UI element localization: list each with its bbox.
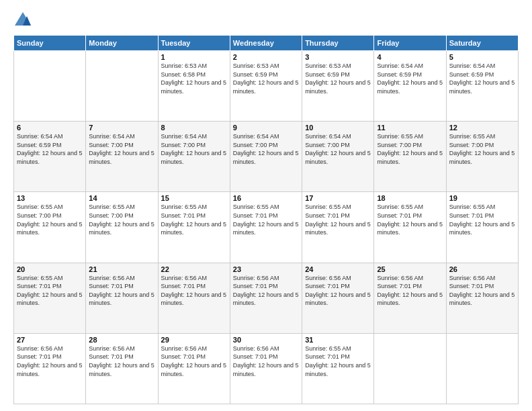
day-cell: 18Sunrise: 6:55 AM Sunset: 7:01 PM Dayli… <box>374 192 446 263</box>
day-number: 26 <box>449 265 515 273</box>
logo <box>13 11 35 30</box>
week-row-1: 1Sunrise: 6:53 AM Sunset: 6:58 PM Daylig… <box>14 51 519 122</box>
day-cell: 13Sunrise: 6:55 AM Sunset: 7:00 PM Dayli… <box>14 192 86 263</box>
day-cell: 15Sunrise: 6:55 AM Sunset: 7:01 PM Dayli… <box>158 192 230 263</box>
day-info: Sunrise: 6:54 AM Sunset: 7:00 PM Dayligh… <box>161 132 227 166</box>
day-info: Sunrise: 6:56 AM Sunset: 7:01 PM Dayligh… <box>89 274 154 308</box>
day-number: 30 <box>233 336 299 344</box>
day-info: Sunrise: 6:55 AM Sunset: 7:01 PM Dayligh… <box>161 203 227 236</box>
day-info: Sunrise: 6:54 AM Sunset: 7:00 PM Dayligh… <box>233 132 299 166</box>
weekday-header-thursday: Thursday <box>302 36 374 51</box>
week-row-5: 27Sunrise: 6:56 AM Sunset: 7:01 PM Dayli… <box>14 333 519 404</box>
day-cell <box>374 333 446 404</box>
day-info: Sunrise: 6:56 AM Sunset: 7:01 PM Dayligh… <box>305 274 371 308</box>
day-info: Sunrise: 6:54 AM Sunset: 7:00 PM Dayligh… <box>89 132 154 166</box>
day-cell: 10Sunrise: 6:54 AM Sunset: 7:00 PM Dayli… <box>302 122 374 192</box>
day-cell: 31Sunrise: 6:55 AM Sunset: 7:01 PM Dayli… <box>302 333 374 404</box>
day-number: 25 <box>377 265 443 273</box>
day-info: Sunrise: 6:53 AM Sunset: 6:58 PM Dayligh… <box>161 62 227 95</box>
day-number: 27 <box>17 336 83 344</box>
day-info: Sunrise: 6:55 AM Sunset: 7:01 PM Dayligh… <box>305 345 371 378</box>
day-info: Sunrise: 6:56 AM Sunset: 7:01 PM Dayligh… <box>161 345 227 378</box>
day-number: 12 <box>449 124 515 132</box>
day-number: 3 <box>305 53 371 61</box>
day-info: Sunrise: 6:55 AM Sunset: 7:01 PM Dayligh… <box>17 274 83 308</box>
weekday-header-saturday: Saturday <box>446 36 518 51</box>
day-cell: 7Sunrise: 6:54 AM Sunset: 7:00 PM Daylig… <box>86 122 158 192</box>
day-info: Sunrise: 6:56 AM Sunset: 7:01 PM Dayligh… <box>161 274 227 308</box>
day-info: Sunrise: 6:54 AM Sunset: 7:00 PM Dayligh… <box>305 132 371 166</box>
day-info: Sunrise: 6:55 AM Sunset: 7:00 PM Dayligh… <box>17 203 83 236</box>
week-row-4: 20Sunrise: 6:55 AM Sunset: 7:01 PM Dayli… <box>14 263 519 333</box>
day-info: Sunrise: 6:56 AM Sunset: 7:01 PM Dayligh… <box>449 274 515 308</box>
day-number: 14 <box>89 194 154 202</box>
day-number: 8 <box>161 124 227 132</box>
day-info: Sunrise: 6:55 AM Sunset: 7:01 PM Dayligh… <box>233 203 299 236</box>
weekday-header-sunday: Sunday <box>14 36 86 51</box>
day-cell: 29Sunrise: 6:56 AM Sunset: 7:01 PM Dayli… <box>158 333 230 404</box>
day-cell: 20Sunrise: 6:55 AM Sunset: 7:01 PM Dayli… <box>14 263 86 333</box>
day-number: 31 <box>305 336 371 344</box>
day-number: 6 <box>17 124 83 132</box>
header <box>13 11 519 30</box>
day-cell: 14Sunrise: 6:55 AM Sunset: 7:00 PM Dayli… <box>86 192 158 263</box>
day-cell <box>86 51 158 122</box>
day-cell: 19Sunrise: 6:55 AM Sunset: 7:01 PM Dayli… <box>446 192 518 263</box>
day-info: Sunrise: 6:55 AM Sunset: 7:01 PM Dayligh… <box>305 203 371 236</box>
day-number: 23 <box>233 265 299 273</box>
day-cell: 25Sunrise: 6:56 AM Sunset: 7:01 PM Dayli… <box>374 263 446 333</box>
day-info: Sunrise: 6:55 AM Sunset: 7:01 PM Dayligh… <box>377 203 443 236</box>
week-row-3: 13Sunrise: 6:55 AM Sunset: 7:00 PM Dayli… <box>14 192 519 263</box>
day-info: Sunrise: 6:53 AM Sunset: 6:59 PM Dayligh… <box>305 62 371 95</box>
day-number: 9 <box>233 124 299 132</box>
day-number: 11 <box>377 124 443 132</box>
day-info: Sunrise: 6:55 AM Sunset: 7:01 PM Dayligh… <box>449 203 515 236</box>
day-number: 5 <box>449 53 515 61</box>
logo-icon <box>13 11 32 30</box>
day-number: 24 <box>305 265 371 273</box>
day-cell: 8Sunrise: 6:54 AM Sunset: 7:00 PM Daylig… <box>158 122 230 192</box>
day-cell: 21Sunrise: 6:56 AM Sunset: 7:01 PM Dayli… <box>86 263 158 333</box>
day-cell: 4Sunrise: 6:54 AM Sunset: 6:59 PM Daylig… <box>374 51 446 122</box>
day-info: Sunrise: 6:54 AM Sunset: 6:59 PM Dayligh… <box>17 132 83 166</box>
day-cell: 27Sunrise: 6:56 AM Sunset: 7:01 PM Dayli… <box>14 333 86 404</box>
day-info: Sunrise: 6:56 AM Sunset: 7:01 PM Dayligh… <box>233 274 299 308</box>
day-cell: 16Sunrise: 6:55 AM Sunset: 7:01 PM Dayli… <box>230 192 302 263</box>
day-number: 13 <box>17 194 83 202</box>
day-number: 4 <box>377 53 443 61</box>
day-number: 7 <box>89 124 154 132</box>
day-info: Sunrise: 6:56 AM Sunset: 7:01 PM Dayligh… <box>89 345 154 378</box>
day-number: 20 <box>17 265 83 273</box>
day-cell: 24Sunrise: 6:56 AM Sunset: 7:01 PM Dayli… <box>302 263 374 333</box>
day-info: Sunrise: 6:54 AM Sunset: 6:59 PM Dayligh… <box>449 62 515 95</box>
day-cell <box>446 333 518 404</box>
day-cell: 9Sunrise: 6:54 AM Sunset: 7:00 PM Daylig… <box>230 122 302 192</box>
day-cell: 2Sunrise: 6:53 AM Sunset: 6:59 PM Daylig… <box>230 51 302 122</box>
day-info: Sunrise: 6:53 AM Sunset: 6:59 PM Dayligh… <box>233 62 299 95</box>
weekday-header-monday: Monday <box>86 36 158 51</box>
day-cell: 3Sunrise: 6:53 AM Sunset: 6:59 PM Daylig… <box>302 51 374 122</box>
day-number: 15 <box>161 194 227 202</box>
day-info: Sunrise: 6:55 AM Sunset: 7:00 PM Dayligh… <box>449 132 515 166</box>
day-cell <box>14 51 86 122</box>
day-number: 21 <box>89 265 154 273</box>
calendar-table: SundayMondayTuesdayWednesdayThursdayFrid… <box>13 35 519 404</box>
weekday-header-row: SundayMondayTuesdayWednesdayThursdayFrid… <box>14 36 519 51</box>
day-number: 1 <box>161 53 227 61</box>
day-cell: 6Sunrise: 6:54 AM Sunset: 6:59 PM Daylig… <box>14 122 86 192</box>
day-info: Sunrise: 6:56 AM Sunset: 7:01 PM Dayligh… <box>233 345 299 378</box>
day-cell: 26Sunrise: 6:56 AM Sunset: 7:01 PM Dayli… <box>446 263 518 333</box>
day-cell: 17Sunrise: 6:55 AM Sunset: 7:01 PM Dayli… <box>302 192 374 263</box>
weekday-header-tuesday: Tuesday <box>158 36 230 51</box>
day-number: 18 <box>377 194 443 202</box>
day-number: 22 <box>161 265 227 273</box>
day-number: 29 <box>161 336 227 344</box>
day-info: Sunrise: 6:55 AM Sunset: 7:00 PM Dayligh… <box>89 203 154 236</box>
day-info: Sunrise: 6:56 AM Sunset: 7:01 PM Dayligh… <box>17 345 83 378</box>
day-number: 19 <box>449 194 515 202</box>
day-cell: 12Sunrise: 6:55 AM Sunset: 7:00 PM Dayli… <box>446 122 518 192</box>
day-cell: 22Sunrise: 6:56 AM Sunset: 7:01 PM Dayli… <box>158 263 230 333</box>
day-cell: 30Sunrise: 6:56 AM Sunset: 7:01 PM Dayli… <box>230 333 302 404</box>
day-cell: 23Sunrise: 6:56 AM Sunset: 7:01 PM Dayli… <box>230 263 302 333</box>
day-number: 16 <box>233 194 299 202</box>
